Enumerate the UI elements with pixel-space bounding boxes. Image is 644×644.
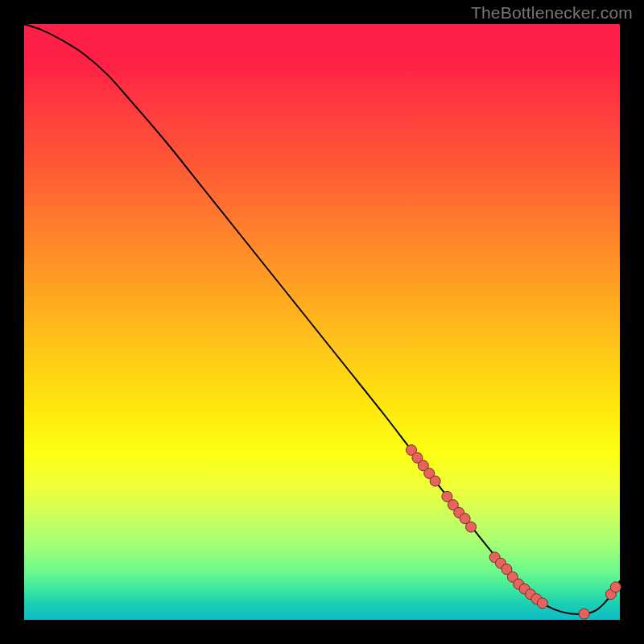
data-point — [579, 609, 589, 619]
watermark-text: TheBottlenecker.com — [471, 3, 633, 23]
data-point — [466, 522, 477, 532]
chart-stage: TheBottlenecker.com — [0, 0, 644, 644]
data-point — [610, 582, 621, 592]
curve-layer — [24, 24, 620, 620]
bottleneck-curve — [24, 24, 620, 614]
data-points — [407, 445, 621, 620]
data-point — [537, 598, 547, 609]
plot-area — [24, 24, 620, 620]
data-point — [430, 476, 440, 486]
